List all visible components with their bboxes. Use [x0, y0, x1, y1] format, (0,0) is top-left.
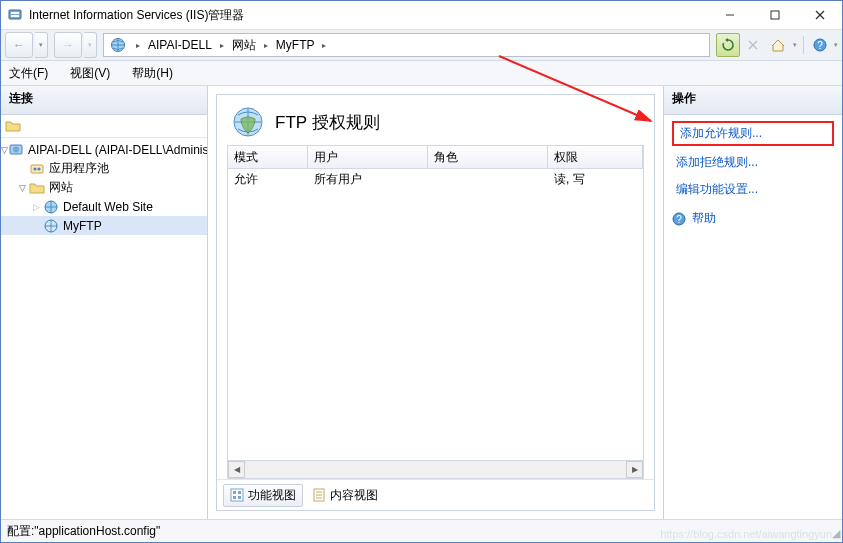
forward-button[interactable]: → — [54, 32, 82, 58]
status-text: 配置:"applicationHost.config" — [7, 523, 160, 540]
address-bar[interactable]: ▸ AIPAI-DELL ▸ 网站 ▸ MyFTP ▸ — [103, 33, 710, 57]
svg-rect-4 — [771, 11, 779, 19]
svg-rect-23 — [238, 491, 241, 494]
feature-icon — [231, 105, 265, 139]
actions-panel: 操作 添加允许规则... 添加拒绝规则... 编辑功能设置... ? 帮助 — [663, 86, 842, 519]
crumb-sites[interactable]: 网站 — [230, 34, 258, 56]
content-view-icon — [312, 488, 326, 502]
tree-server-label: AIPAI-DELL (AIPAI-DELL\Administrator) — [28, 143, 207, 157]
resize-grip[interactable]: ◢ — [832, 527, 840, 540]
tree-myftp-node[interactable]: MyFTP — [1, 216, 207, 235]
rule-row[interactable]: 允许 所有用户 读, 写 — [228, 169, 643, 189]
features-view-tab[interactable]: 功能视图 — [223, 484, 303, 507]
edit-feature-settings-link[interactable]: 编辑功能设置... — [672, 179, 834, 200]
tree-myftp-label: MyFTP — [63, 219, 102, 233]
tree-apppools-label: 应用程序池 — [49, 160, 109, 177]
help-icon: ? — [672, 212, 686, 226]
tree-apppools-node[interactable]: 应用程序池 — [1, 159, 207, 178]
tree-sites-label: 网站 — [49, 179, 73, 196]
tree-default-site-node[interactable]: ▷ Default Web Site — [1, 197, 207, 216]
connections-header: 连接 — [1, 86, 207, 115]
col-role-header[interactable]: 角色 — [428, 146, 548, 168]
svg-rect-1 — [11, 12, 19, 14]
minimize-button[interactable] — [707, 1, 752, 29]
menu-bar: 文件(F) 视图(V) 帮助(H) — [1, 61, 842, 86]
col-perm-header[interactable]: 权限 — [548, 146, 643, 168]
content-view-tab[interactable]: 内容视图 — [305, 484, 385, 507]
cell-mode: 允许 — [228, 169, 308, 189]
add-deny-rule-link[interactable]: 添加拒绝规则... — [672, 152, 834, 173]
back-button[interactable]: ← — [5, 32, 33, 58]
features-view-icon — [230, 488, 244, 502]
titlebar: Internet Information Services (IIS)管理器 — [1, 1, 842, 30]
forward-history-dropdown[interactable]: ▾ — [84, 32, 97, 58]
connections-toolbar — [1, 115, 207, 138]
content-view-label: 内容视图 — [330, 487, 378, 504]
add-allow-rule-link[interactable]: 添加允许规则... — [672, 121, 834, 146]
status-bar: 配置:"applicationHost.config" https://blog… — [1, 519, 842, 542]
tree-sites-node[interactable]: ▽ 网站 — [1, 178, 207, 197]
svg-rect-2 — [11, 15, 19, 17]
menu-help[interactable]: 帮助(H) — [128, 63, 177, 84]
scroll-left-icon[interactable]: ◀ — [228, 461, 245, 478]
svg-rect-24 — [233, 496, 236, 499]
col-user-header[interactable]: 用户 — [308, 146, 428, 168]
svg-point-16 — [37, 167, 40, 170]
svg-text:?: ? — [676, 214, 682, 225]
col-mode-header[interactable]: 模式 — [228, 146, 308, 168]
cell-perm: 读, 写 — [548, 169, 643, 189]
crumb-server[interactable]: AIPAI-DELL — [146, 34, 214, 56]
apppools-icon — [29, 161, 45, 177]
rules-grid: 模式 用户 角色 权限 允许 所有用户 读, 写 — [227, 145, 644, 479]
sites-folder-icon — [29, 180, 45, 196]
globe-icon — [110, 37, 126, 53]
svg-rect-0 — [9, 10, 21, 19]
actions-header: 操作 — [664, 86, 842, 115]
connections-tree: ▽ AIPAI-DELL (AIPAI-DELL\Administrator) … — [1, 138, 207, 519]
crumb-myftp[interactable]: MyFTP — [274, 34, 317, 56]
window-title: Internet Information Services (IIS)管理器 — [29, 6, 707, 24]
close-button[interactable] — [797, 1, 842, 29]
svg-rect-22 — [233, 491, 236, 494]
cell-role — [428, 169, 548, 189]
svg-rect-25 — [238, 496, 241, 499]
site-globe-icon — [43, 199, 59, 215]
server-icon — [8, 142, 24, 158]
menu-file[interactable]: 文件(F) — [5, 63, 52, 84]
iis-app-icon — [7, 7, 23, 23]
connections-panel: 连接 ▽ AIPAI-DELL (AIPAI-DELL\Administrato… — [1, 86, 208, 519]
tree-default-site-label: Default Web Site — [63, 200, 153, 214]
nav-bar: ← ▾ → ▾ ▸ AIPAI-DELL ▸ 网站 ▸ MyFTP ▸ — [1, 30, 842, 61]
menu-view[interactable]: 视图(V) — [66, 63, 114, 84]
features-view-label: 功能视图 — [248, 487, 296, 504]
back-history-dropdown[interactable]: ▾ — [35, 32, 48, 58]
horizontal-scrollbar[interactable]: ◀ ▶ — [228, 460, 643, 478]
help-link-label: 帮助 — [692, 210, 716, 227]
page-title: FTP 授权规则 — [275, 111, 380, 134]
svg-rect-14 — [31, 165, 43, 173]
folder-icon[interactable] — [5, 119, 21, 133]
svg-point-15 — [33, 167, 36, 170]
ftp-site-icon — [43, 218, 59, 234]
help-link[interactable]: ? 帮助 — [672, 210, 834, 227]
maximize-button[interactable] — [752, 1, 797, 29]
main-panel: FTP 授权规则 模式 用户 角色 权限 允许 所有用户 读, — [208, 86, 663, 519]
stop-button[interactable] — [741, 33, 765, 57]
svg-text:?: ? — [817, 40, 823, 51]
scroll-right-icon[interactable]: ▶ — [626, 461, 643, 478]
tree-server-node[interactable]: ▽ AIPAI-DELL (AIPAI-DELL\Administrator) — [1, 140, 207, 159]
refresh-button[interactable] — [716, 33, 740, 57]
svg-rect-21 — [231, 489, 243, 501]
help-button[interactable]: ? — [808, 33, 832, 57]
cell-user: 所有用户 — [308, 169, 428, 189]
watermark: https://blog.csdn.net/aiwangtingyun — [660, 528, 832, 540]
home-button[interactable] — [766, 33, 790, 57]
svg-point-13 — [13, 146, 19, 152]
window-buttons — [707, 1, 842, 29]
